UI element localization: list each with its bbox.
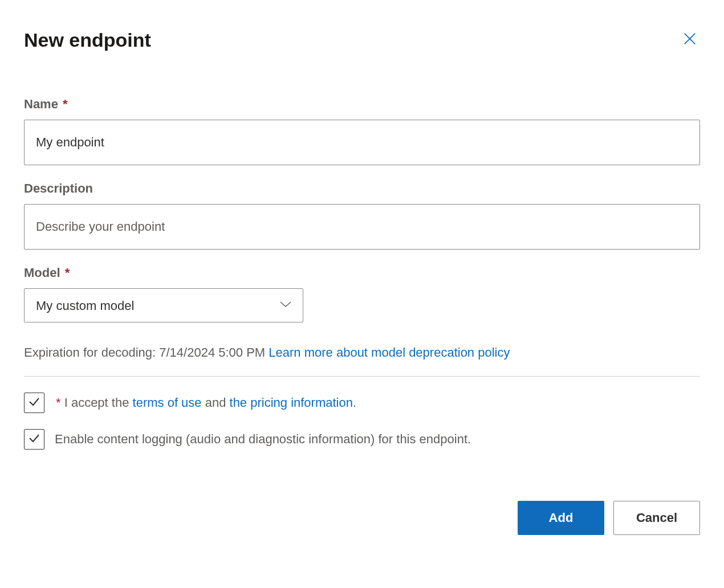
pricing-info-link[interactable]: the pricing information	[230, 395, 353, 410]
check-icon	[27, 395, 41, 411]
cancel-button[interactable]: Cancel	[613, 501, 700, 535]
check-icon	[27, 431, 41, 447]
terms-checkbox[interactable]	[24, 393, 44, 413]
name-input[interactable]	[24, 120, 700, 165]
required-asterisk: *	[59, 97, 68, 111]
name-label: Name *	[24, 97, 700, 112]
description-label: Description	[24, 181, 700, 196]
dialog-title: New endpoint	[24, 29, 151, 51]
model-select[interactable]: My custom model	[24, 288, 303, 322]
deprecation-policy-link[interactable]: Learn more about model deprecation polic…	[269, 345, 510, 360]
terms-of-use-link[interactable]: terms of use	[133, 395, 202, 410]
add-button[interactable]: Add	[518, 501, 604, 535]
required-asterisk: *	[62, 266, 70, 280]
expiration-text: Expiration for decoding: 7/14/2024 5:00 …	[24, 345, 700, 377]
close-button[interactable]	[680, 28, 700, 51]
model-label: Model *	[24, 266, 700, 280]
close-icon	[682, 39, 698, 48]
terms-label: * I accept the terms of use and the pric…	[55, 395, 356, 410]
logging-checkbox[interactable]	[24, 429, 44, 450]
logging-label: Enable content logging (audio and diagno…	[55, 432, 471, 447]
description-input[interactable]	[24, 204, 700, 250]
